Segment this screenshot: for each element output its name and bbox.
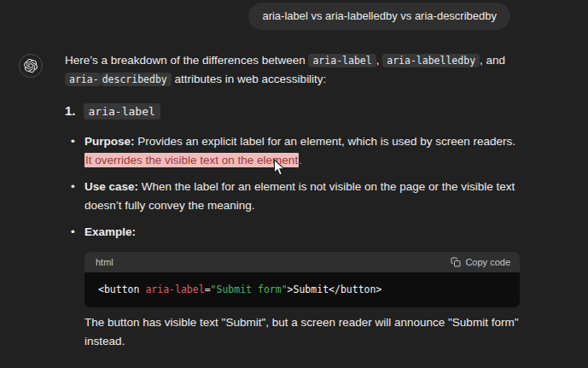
user-message-row: aria-label vs aria-labelledby vs aria-de…	[0, 0, 588, 30]
code-equals: =	[205, 283, 211, 295]
copy-code-label: Copy code	[465, 257, 510, 267]
code-caption: The button has visible text "Submit", bu…	[84, 313, 519, 351]
code-block-header: html Copy code	[84, 252, 520, 272]
bullet-purpose-1: Purpose: Provides an explicit label for …	[84, 132, 519, 170]
section-1-heading: 1.aria-label	[65, 102, 519, 121]
code-tag-open: <button	[98, 283, 145, 295]
inline-code-aria-describedby-part2: describedby	[101, 73, 172, 86]
bullet-use-case-1: Use case: When the label for an element …	[84, 178, 519, 215]
purpose-text: Provides an explicit label for an elemen…	[135, 135, 515, 148]
highlighted-text: It overrides the visible text on the ele…	[84, 153, 299, 167]
user-message-bubble: aria-label vs aria-labelledby vs aria-de…	[248, 3, 510, 30]
example-label: Example:	[84, 225, 136, 238]
code-tag-close: >Submit</button>	[288, 283, 382, 295]
bullet-example-1: Example:	[84, 223, 519, 242]
bullet-list-1: Purpose: Provides an explicit label for …	[65, 132, 519, 242]
copy-code-button[interactable]: Copy code	[451, 257, 510, 267]
chat-page: { "user_message": { "text": "aria-label …	[0, 0, 588, 368]
code-attr-value: "Submit form"	[211, 283, 288, 295]
intro-text-1: Here’s a breakdown of the differences be…	[65, 54, 308, 67]
assistant-avatar	[19, 54, 43, 78]
highlight-trailing-period: .	[299, 154, 302, 166]
use-case-text: When the label for an element is not vis…	[84, 180, 515, 212]
code-block: html Copy code <button aria-label="Submi…	[84, 252, 520, 307]
inline-code-aria-labelledby: aria-labelledby	[382, 54, 480, 67]
code-language-label: html	[96, 253, 114, 272]
code-content: <button aria-label="Submit form">Submit<…	[84, 272, 520, 307]
assistant-message-content: Here’s a breakdown of the differences be…	[65, 51, 519, 368]
intro-text-3: , and	[480, 54, 505, 67]
openai-logo-icon	[24, 59, 38, 73]
inline-code-aria-describedby-part1: aria-	[65, 73, 101, 86]
copy-icon	[451, 257, 461, 267]
section-1-number: 1.	[65, 103, 76, 118]
use-case-label: Use case:	[84, 180, 138, 193]
purpose-label: Purpose:	[84, 135, 135, 148]
code-attr-name: aria-label	[145, 283, 204, 295]
section-1-title-code: aria-label	[84, 103, 160, 120]
intro-paragraph: Here’s a breakdown of the differences be…	[65, 51, 519, 89]
intro-text-4: attributes in web accessibility:	[172, 73, 327, 85]
code-line: <button aria-label="Submit form">Submit<…	[98, 283, 381, 295]
assistant-message-row: Here’s a breakdown of the differences be…	[0, 51, 588, 368]
inline-code-aria-label: aria-label	[308, 54, 376, 67]
